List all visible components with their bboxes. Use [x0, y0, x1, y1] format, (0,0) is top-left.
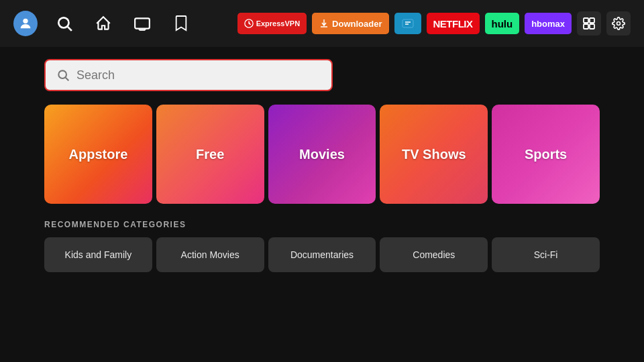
rec-tile-scifi[interactable]: Sci-Fi — [492, 237, 600, 272]
rec-tile-comedies-label: Comedies — [413, 249, 455, 260]
rec-tile-docs[interactable]: Documentaries — [268, 237, 376, 272]
bookmark-icon[interactable] — [169, 11, 193, 36]
rec-tile-scifi-label: Sci-Fi — [534, 249, 558, 260]
settings-icon[interactable] — [606, 11, 631, 36]
recommended-section: RECOMMENDED CATEGORIES Kids and Family A… — [44, 220, 600, 272]
rec-tile-comedies[interactable]: Comedies — [380, 237, 488, 272]
rec-tile-action[interactable]: Action Movies — [156, 237, 264, 272]
nav-left — [13, 11, 193, 36]
recommended-label: RECOMMENDED CATEGORIES — [44, 220, 600, 229]
tile-appstore-label: Appstore — [69, 147, 128, 162]
search-input[interactable] — [76, 68, 321, 82]
svg-rect-12 — [584, 24, 588, 29]
cyber-badge[interactable] — [394, 13, 421, 34]
svg-point-1 — [58, 17, 68, 27]
expressvpn-label: ExpressVPN — [256, 19, 300, 27]
svg-rect-9 — [402, 19, 413, 27]
nav-right: ExpressVPN Downloader NETFLIX hulu hboma… — [237, 11, 631, 36]
tile-sports-label: Sports — [525, 147, 567, 162]
svg-rect-11 — [590, 18, 594, 23]
tile-appstore[interactable]: Appstore — [44, 105, 152, 204]
rec-tile-kids-label: Kids and Family — [65, 249, 132, 260]
tv-icon[interactable] — [130, 11, 154, 36]
rec-tile-kids[interactable]: Kids and Family — [44, 237, 152, 272]
search-icon — [56, 68, 70, 82]
avatar-circle — [13, 11, 38, 36]
tile-sports[interactable]: Sports — [492, 105, 600, 204]
tile-tvshows[interactable]: TV Shows — [380, 105, 488, 204]
grid-icon[interactable] — [577, 11, 601, 36]
svg-rect-13 — [590, 24, 594, 29]
hulu-label: hulu — [492, 18, 513, 29]
rec-tile-action-label: Action Movies — [181, 249, 239, 260]
expressvpn-badge[interactable]: ExpressVPN — [237, 13, 307, 34]
tile-free-label: Free — [196, 147, 224, 162]
svg-rect-10 — [584, 18, 588, 23]
rec-tile-docs-label: Documentaries — [290, 249, 354, 260]
main-content: Appstore Free Movies TV Shows Sports REC… — [0, 47, 644, 272]
hbomax-badge[interactable]: hbomax — [525, 13, 572, 34]
netflix-label: NETFLIX — [433, 18, 473, 29]
avatar[interactable] — [13, 11, 38, 36]
search-bar-wrapper[interactable] — [44, 59, 333, 91]
netflix-badge[interactable]: NETFLIX — [427, 13, 480, 34]
hbomax-label: hbomax — [531, 19, 565, 29]
svg-point-14 — [617, 22, 621, 25]
tile-movies-label: Movies — [299, 147, 345, 162]
top-nav: ExpressVPN Downloader NETFLIX hulu hboma… — [0, 0, 644, 47]
svg-rect-3 — [135, 18, 150, 28]
tile-free[interactable]: Free — [156, 105, 264, 204]
svg-line-16 — [66, 78, 69, 81]
svg-line-2 — [68, 27, 72, 31]
downloader-label: Downloader — [332, 19, 382, 29]
hulu-badge[interactable]: hulu — [485, 13, 520, 34]
tile-tvshows-label: TV Shows — [402, 147, 466, 162]
downloader-badge[interactable]: Downloader — [312, 13, 388, 34]
tile-movies[interactable]: Movies — [268, 105, 376, 204]
search-nav-button[interactable] — [52, 11, 76, 36]
category-tiles: Appstore Free Movies TV Shows Sports — [44, 105, 600, 204]
svg-point-15 — [58, 70, 66, 78]
home-icon[interactable] — [91, 11, 115, 36]
recommended-row: Kids and Family Action Movies Documentar… — [44, 237, 600, 272]
svg-point-0 — [23, 19, 28, 23]
